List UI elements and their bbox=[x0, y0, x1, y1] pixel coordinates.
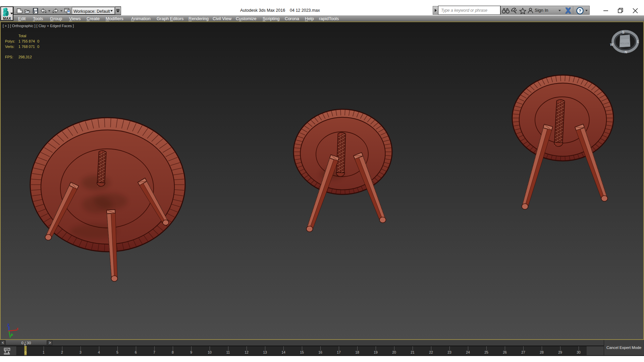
svg-text:Z: Z bbox=[7, 323, 9, 327]
svg-text:W: W bbox=[610, 43, 613, 47]
svg-text:?: ? bbox=[579, 8, 581, 13]
svg-text:N: N bbox=[625, 50, 627, 54]
svg-text:S: S bbox=[622, 30, 624, 34]
svg-text:BOTTOM: BOTTOM bbox=[620, 42, 629, 45]
svg-text:x: x bbox=[16, 326, 19, 330]
svg-text:E: E bbox=[637, 40, 639, 44]
